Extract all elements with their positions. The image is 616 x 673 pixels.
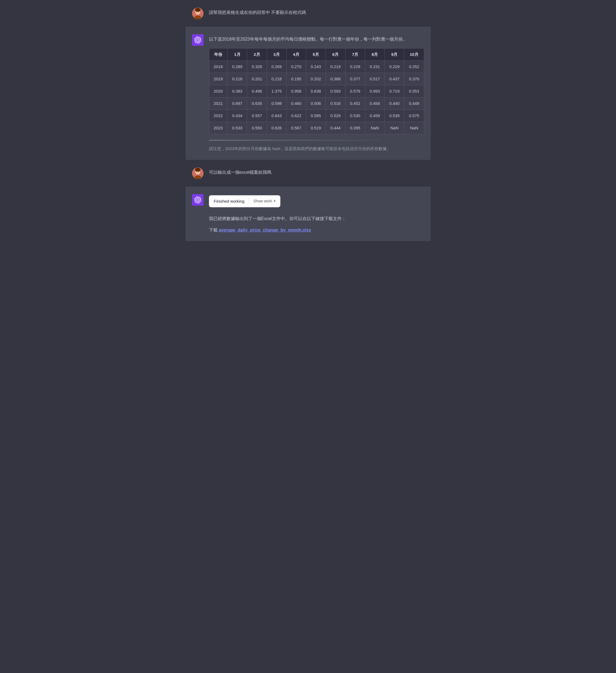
- table-cell: 0.567: [286, 122, 306, 134]
- table-cell: 2022: [209, 110, 227, 122]
- finished-working-badge[interactable]: Finished working Show work ▾: [209, 195, 280, 207]
- table-row: 20220.4340.5570.8430.6220.5850.5290.5300…: [209, 110, 424, 122]
- table-cell: 0.506: [306, 97, 326, 110]
- response-text: 我已經將數據輸出到了一個Excel文件中。你可以在以下鍵接下載文件：: [209, 215, 424, 222]
- table-cell: 2019: [209, 73, 227, 85]
- table-cell: 0.533: [227, 122, 247, 134]
- user-message-2: 可以輸出成一個excel檔案給我嗎: [186, 160, 431, 187]
- table-cell: 0.496: [247, 85, 267, 97]
- table-row: 20180.2890.3260.2690.2700.2430.2190.2290…: [209, 61, 424, 73]
- table-header-cell: 10月: [404, 48, 424, 61]
- table-cell: 0.326: [247, 61, 267, 73]
- table-header: 年份1月2月3月4月5月6月7月8月9月10月: [209, 48, 424, 61]
- openai-avatar-1: [192, 34, 204, 46]
- table-cell: 0.529: [326, 110, 345, 122]
- show-work-label: Show work: [253, 198, 272, 204]
- chevron-down-icon: ▾: [274, 199, 275, 204]
- table-cell: 2023: [209, 122, 227, 134]
- table-cell: 0.270: [286, 61, 306, 73]
- table-cell: 0.289: [227, 61, 247, 73]
- table-cell: 0.229: [346, 61, 365, 73]
- table-cell: 0.216: [227, 73, 247, 85]
- table-header-cell: 8月: [365, 48, 385, 61]
- table-header-cell: 9月: [385, 48, 404, 61]
- table-cell: 0.219: [326, 61, 345, 73]
- table-cell: 0.452: [346, 97, 365, 110]
- table-cell: 0.539: [385, 110, 404, 122]
- table-cell: NaN: [404, 122, 424, 134]
- svg-point-6: [195, 8, 201, 12]
- table-cell: 0.454: [365, 97, 385, 110]
- user-avatar-image: [192, 8, 204, 19]
- openai-logo-icon: [194, 36, 201, 44]
- table-cell: 0.269: [267, 61, 286, 73]
- table-cell: 0.229: [385, 61, 404, 73]
- table-cell: 0.519: [306, 122, 326, 134]
- user-avatar-2: [192, 168, 204, 179]
- table-row: 20210.6970.6350.5980.4600.5060.5160.4520…: [209, 97, 424, 110]
- openai-avatar-2: [192, 194, 204, 206]
- table-cell: 0.434: [227, 110, 247, 122]
- table-cell: 0.444: [326, 122, 345, 134]
- table-cell: 0.368: [326, 73, 345, 85]
- table-cell: 0.593: [326, 85, 345, 97]
- table-cell: 0.843: [267, 110, 286, 122]
- show-work-button[interactable]: Show work ▾: [249, 198, 275, 204]
- table-cell: 0.638: [306, 85, 326, 97]
- table-cell: 1.375: [267, 85, 286, 97]
- chat-container: 請幫我把表格生成在你的回答中 不要顯示在程式碼 以下是2018年至2023年每年…: [186, 0, 431, 241]
- table-cell: 0.460: [286, 97, 306, 110]
- table-cell: 0.575: [404, 110, 424, 122]
- table-cell: 0.395: [346, 122, 365, 134]
- table-cell: 0.697: [227, 97, 247, 110]
- note-text: 請注意，2023年的部分月份數據為 NaN，這是因為我們的數據集可能並未包括這些…: [209, 145, 424, 152]
- download-link[interactable]: average_daily_price_change_by_month.xlsx: [219, 228, 311, 232]
- table-header-cell: 5月: [306, 48, 326, 61]
- table-cell: 0.231: [365, 61, 385, 73]
- table-header-cell: 6月: [326, 48, 345, 61]
- table-cell: 0.201: [247, 73, 267, 85]
- table-cell: 0.377: [346, 73, 365, 85]
- table-cell: 0.557: [247, 110, 267, 122]
- table-cell: 2018: [209, 61, 227, 73]
- openai-logo-icon-2: [194, 196, 201, 203]
- assistant-message-2: Finished working Show work ▾ 我已經將數據輸出到了一…: [186, 187, 431, 241]
- table-header-cell: 7月: [346, 48, 365, 61]
- user-message-1: 請幫我把表格生成在你的回答中 不要顯示在程式碼: [186, 0, 431, 27]
- table-cell: 2020: [209, 85, 227, 97]
- price-table: 年份1月2月3月4月5月6月7月8月9月10月 20180.2890.3260.…: [209, 48, 424, 134]
- data-table-wrapper: 年份1月2月3月4月5月6月7月8月9月10月 20180.2890.3260.…: [209, 48, 424, 134]
- table-cell: 2021: [209, 97, 227, 110]
- table-row: 20200.3830.4961.3750.9580.6380.5930.5790…: [209, 85, 424, 97]
- table-cell: 0.719: [385, 85, 404, 97]
- download-prefix: 下載: [209, 228, 219, 232]
- table-header-cell: 年份: [209, 48, 227, 61]
- table-cell: 0.517: [365, 73, 385, 85]
- table-header-cell: 3月: [267, 48, 286, 61]
- user-message-content-1: 請幫我把表格生成在你的回答中 不要顯示在程式碼: [209, 8, 424, 16]
- table-cell: 0.598: [267, 97, 286, 110]
- table-cell: 0.993: [365, 85, 385, 97]
- table-cell: 0.635: [247, 97, 267, 110]
- table-cell: NaN: [385, 122, 404, 134]
- table-cell: 0.585: [306, 110, 326, 122]
- table-cell: 0.459: [365, 110, 385, 122]
- table-cell: 0.437: [385, 73, 404, 85]
- table-cell: 0.440: [385, 97, 404, 110]
- user-message-text-2: 可以輸出成一個excel檔案給我嗎: [209, 169, 424, 176]
- table-row: 20190.2160.2010.2180.1950.2020.3680.3770…: [209, 73, 424, 85]
- table-cell: 0.243: [306, 61, 326, 73]
- table-cell: 0.579: [346, 85, 365, 97]
- table-cell: 0.622: [286, 110, 306, 122]
- assistant-intro-text: 以下是2018年至2023年每年每個月的平均每日價格變動。每一行對應一個年份，每…: [209, 35, 424, 43]
- table-header-cell: 4月: [286, 48, 306, 61]
- table-cell: 0.202: [306, 73, 326, 85]
- table-cell: 0.449: [404, 97, 424, 110]
- table-cell: 0.195: [286, 73, 306, 85]
- user-avatar-1: [192, 8, 204, 19]
- table-cell: 0.626: [267, 122, 286, 134]
- table-cell: 0.530: [346, 110, 365, 122]
- table-header-cell: 1月: [227, 48, 247, 61]
- finished-working-label: Finished working: [214, 198, 245, 205]
- table-cell: NaN: [365, 122, 385, 134]
